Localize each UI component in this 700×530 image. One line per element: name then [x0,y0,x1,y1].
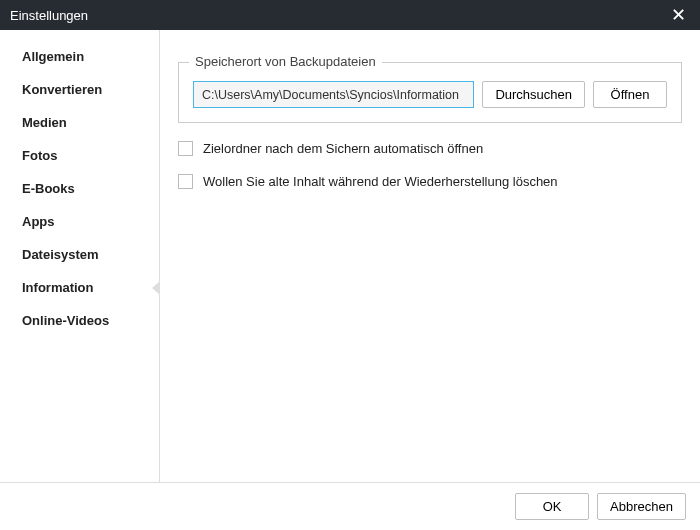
sidebar-item-allgemein[interactable]: Allgemein [0,40,159,73]
settings-window: Einstellungen ✕ Allgemein Konvertieren M… [0,0,700,530]
ok-button[interactable]: OK [515,493,589,520]
footer: OK Abbrechen [0,482,700,530]
close-icon[interactable]: ✕ [667,6,690,24]
delete-old-label: Wollen Sie alte Inhalt während der Wiede… [203,174,558,189]
sidebar-item-label: Information [22,280,94,295]
sidebar-item-online-videos[interactable]: Online-Videos [0,304,159,337]
open-button[interactable]: Öffnen [593,81,667,108]
sidebar-item-konvertieren[interactable]: Konvertieren [0,73,159,106]
sidebar-item-ebooks[interactable]: E-Books [0,172,159,205]
checkbox-row-auto-open: Zielordner nach dem Sichern automatisch … [178,141,682,156]
content-panel: Speicherort von Backupdateien Durchsuche… [160,30,700,482]
browse-button[interactable]: Durchsuchen [482,81,585,108]
sidebar: Allgemein Konvertieren Medien Fotos E-Bo… [0,30,160,482]
sidebar-item-medien[interactable]: Medien [0,106,159,139]
backup-path-input[interactable] [193,81,474,108]
sidebar-item-label: Medien [22,115,67,130]
sidebar-item-label: Allgemein [22,49,84,64]
sidebar-item-label: Fotos [22,148,57,163]
checkbox-row-delete-old: Wollen Sie alte Inhalt während der Wiede… [178,174,682,189]
delete-old-checkbox[interactable] [178,174,193,189]
window-title: Einstellungen [10,8,667,23]
path-row: Durchsuchen Öffnen [193,81,667,108]
backup-location-fieldset: Speicherort von Backupdateien Durchsuche… [178,62,682,123]
sidebar-item-dateisystem[interactable]: Dateisystem [0,238,159,271]
sidebar-item-label: E-Books [22,181,75,196]
sidebar-item-fotos[interactable]: Fotos [0,139,159,172]
sidebar-item-apps[interactable]: Apps [0,205,159,238]
fieldset-legend: Speicherort von Backupdateien [189,54,382,69]
auto-open-label: Zielordner nach dem Sichern automatisch … [203,141,483,156]
cancel-button[interactable]: Abbrechen [597,493,686,520]
sidebar-item-label: Konvertieren [22,82,102,97]
auto-open-checkbox[interactable] [178,141,193,156]
sidebar-item-label: Apps [22,214,55,229]
window-body: Allgemein Konvertieren Medien Fotos E-Bo… [0,30,700,482]
sidebar-item-label: Online-Videos [22,313,109,328]
sidebar-item-label: Dateisystem [22,247,99,262]
titlebar: Einstellungen ✕ [0,0,700,30]
sidebar-item-information[interactable]: Information [0,271,159,304]
